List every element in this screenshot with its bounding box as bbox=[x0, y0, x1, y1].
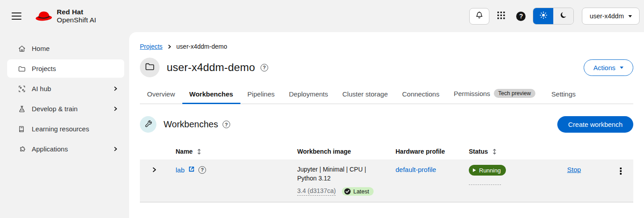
play-icon bbox=[473, 168, 476, 172]
chevron-right-icon bbox=[113, 105, 118, 113]
user-menu-dropdown[interactable]: user-x4ddm bbox=[582, 8, 640, 25]
stop-button[interactable]: Stop bbox=[567, 166, 581, 173]
hardware-profile-cell: default-profile bbox=[388, 165, 462, 173]
actions-button[interactable]: Actions bbox=[584, 59, 633, 76]
page-title: user-x4ddm-demo bbox=[167, 61, 255, 74]
column-label: Hardware profile bbox=[396, 148, 445, 155]
sidebar-item-label: Develop & train bbox=[32, 105, 78, 113]
sidebar-item-develop-train[interactable]: Develop & train bbox=[7, 100, 124, 118]
theme-dark-button[interactable] bbox=[553, 8, 573, 24]
workbench-link[interactable]: lab bbox=[176, 166, 185, 174]
workbenches-table: Name Workbench image Hardware profile St… bbox=[140, 143, 633, 202]
project-help-icon[interactable]: ? bbox=[261, 64, 268, 71]
breadcrumb-link-projects[interactable]: Projects bbox=[140, 43, 163, 50]
breadcrumb: Projects user-x4ddm-demo bbox=[140, 43, 633, 50]
tab-pipelines[interactable]: Pipelines bbox=[240, 90, 282, 104]
flask-icon bbox=[18, 105, 26, 113]
applications-puzzle-icon bbox=[18, 145, 26, 153]
tab-label: Pipelines bbox=[248, 90, 275, 98]
theme-toggle bbox=[533, 8, 574, 25]
hardware-column-header: Hardware profile bbox=[388, 148, 462, 155]
redhat-fedora-icon bbox=[34, 8, 54, 24]
sort-name-icon[interactable] bbox=[197, 148, 202, 155]
sidebar-item-label: AI hub bbox=[32, 85, 51, 92]
workbenches-section-header: Workbenches ? Create workbench bbox=[140, 116, 633, 133]
create-workbench-button[interactable]: Create workbench bbox=[557, 116, 633, 133]
wrench-icon bbox=[144, 119, 153, 130]
sidebar-item-label: Projects bbox=[32, 65, 56, 72]
tab-label: Workbenches bbox=[189, 90, 233, 98]
theme-light-button[interactable] bbox=[533, 8, 553, 24]
sort-status-icon[interactable] bbox=[492, 148, 497, 155]
workbench-name-cell: lab ? bbox=[168, 165, 290, 174]
brand-text: Red Hat OpenShift AI bbox=[57, 8, 96, 25]
image-version[interactable]: 3.4 (d3137ca) bbox=[297, 187, 336, 196]
tab-workbenches[interactable]: Workbenches bbox=[182, 90, 240, 104]
help-icon[interactable]: ? bbox=[516, 12, 526, 21]
workbenches-help-icon[interactable]: ? bbox=[223, 121, 230, 128]
folder-icon bbox=[18, 65, 26, 73]
brand-line1: Red Hat bbox=[57, 8, 96, 16]
chevron-right-icon bbox=[113, 145, 118, 153]
column-label: Name bbox=[176, 148, 193, 155]
ai-hub-icon bbox=[18, 85, 26, 93]
running-status-badge[interactable]: Running bbox=[469, 165, 506, 176]
user-menu-label: user-x4ddm bbox=[589, 13, 624, 20]
sidebar-item-label: Home bbox=[32, 45, 50, 52]
tab-label: Deployments bbox=[289, 90, 328, 98]
moon-icon bbox=[560, 11, 568, 21]
image-name: Jupyter | Minimal | CPU | Python 3.12 bbox=[297, 165, 381, 183]
row-expand-toggle[interactable] bbox=[140, 165, 168, 174]
nav-toggle-hamburger-icon[interactable] bbox=[12, 13, 21, 20]
sidebar-nav: Home Projects AI hub Develop & train bbox=[0, 32, 129, 218]
tab-overview[interactable]: Overview bbox=[140, 90, 182, 104]
status-label: Running bbox=[479, 167, 501, 174]
chevron-right-icon bbox=[113, 85, 118, 92]
sidebar-item-projects[interactable]: Projects bbox=[7, 59, 124, 78]
breadcrumb-current: user-x4ddm-demo bbox=[177, 43, 227, 50]
status-progress-placeholder bbox=[469, 184, 501, 185]
breadcrumb-separator-chevron-icon bbox=[168, 43, 172, 50]
app-launcher-button[interactable] bbox=[496, 11, 506, 21]
notifications-button[interactable] bbox=[469, 8, 489, 25]
sidebar-item-ai-hub[interactable]: AI hub bbox=[7, 80, 124, 98]
image-column-header: Workbench image bbox=[290, 148, 388, 155]
bell-icon bbox=[475, 11, 484, 21]
tab-settings[interactable]: Settings bbox=[544, 90, 583, 104]
folder-icon bbox=[144, 61, 155, 74]
latest-badge-label: Latest bbox=[353, 188, 369, 195]
tech-preview-badge: Tech preview bbox=[494, 89, 535, 98]
sidebar-item-learning-resources[interactable]: Learning resources bbox=[7, 120, 124, 138]
tab-label: Cluster storage bbox=[342, 90, 388, 98]
sidebar-item-applications[interactable]: Applications bbox=[7, 140, 124, 158]
tab-connections[interactable]: Connections bbox=[395, 90, 446, 104]
tab-cluster-storage[interactable]: Cluster storage bbox=[335, 90, 395, 104]
page-header: user-x4ddm-demo ? Actions bbox=[140, 58, 633, 77]
status-cell: Running bbox=[462, 165, 551, 185]
workbench-help-icon[interactable]: ? bbox=[198, 166, 206, 174]
tab-deployments[interactable]: Deployments bbox=[282, 90, 335, 104]
grid-icon bbox=[497, 12, 505, 21]
brand-line2: OpenShift AI bbox=[57, 16, 96, 24]
row-kebab-menu[interactable] bbox=[608, 165, 633, 175]
actions-button-label: Actions bbox=[593, 64, 615, 71]
workbenches-avatar bbox=[140, 116, 156, 133]
sidebar-item-home[interactable]: Home bbox=[7, 39, 124, 58]
tab-label: Permissions bbox=[454, 90, 490, 97]
row-action-cell: Stop bbox=[551, 165, 608, 173]
workbench-image-cell: Jupyter | Minimal | CPU | Python 3.12 3.… bbox=[290, 165, 388, 196]
image-version-row: 3.4 (d3137ca) Latest bbox=[297, 187, 381, 196]
external-link-icon[interactable] bbox=[188, 166, 195, 174]
hardware-profile-link[interactable]: default-profile bbox=[396, 166, 436, 173]
tab-label: Settings bbox=[551, 90, 576, 98]
sidebar-item-label: Learning resources bbox=[32, 125, 89, 133]
chevron-right-icon bbox=[152, 167, 157, 174]
latest-badge: Latest bbox=[342, 187, 373, 196]
status-column-header: Status bbox=[462, 148, 551, 155]
chevron-down-icon bbox=[628, 15, 632, 17]
tab-permissions[interactable]: Permissions Tech preview bbox=[446, 89, 538, 104]
home-icon bbox=[18, 45, 26, 53]
section-title: Workbenches bbox=[164, 119, 218, 130]
table-row: lab ? Jupyter | Minimal | CPU | Python 3… bbox=[140, 159, 633, 202]
tab-label: Overview bbox=[147, 90, 175, 98]
